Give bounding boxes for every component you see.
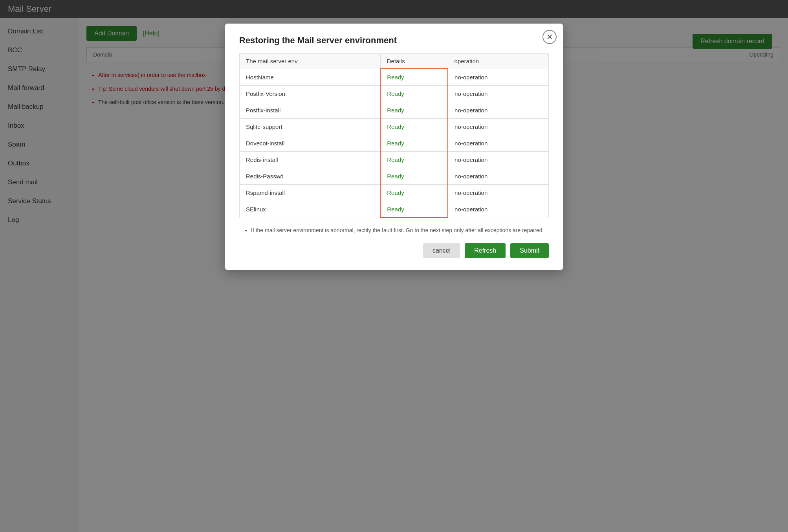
operation-cell: no-operation bbox=[448, 185, 548, 201]
details-cell: Ready bbox=[380, 185, 448, 201]
env-cell: Dovecot-install bbox=[240, 135, 381, 152]
operation-cell: no-operation bbox=[448, 135, 548, 152]
table-row: SElinuxReadyno-operation bbox=[240, 201, 549, 218]
col-details-header: Details bbox=[380, 54, 448, 69]
details-cell: Ready bbox=[380, 135, 448, 152]
details-cell: Ready bbox=[380, 119, 448, 135]
operation-cell: no-operation bbox=[448, 69, 548, 86]
col-env-header: The mail server env bbox=[240, 54, 381, 69]
env-cell: Postfix-install bbox=[240, 102, 381, 119]
status-ready: Ready bbox=[387, 90, 404, 97]
refresh-button[interactable]: Refresh bbox=[465, 243, 506, 258]
details-inner: Ready bbox=[381, 185, 447, 201]
table-row: Sqlite-supportReadyno-operation bbox=[240, 119, 549, 135]
details-cell: Ready bbox=[380, 152, 448, 168]
details-inner: Ready bbox=[381, 135, 447, 151]
modal-note-text: If the mail server environment is abnorm… bbox=[251, 226, 549, 235]
details-inner: Ready bbox=[381, 168, 447, 184]
details-cell: Ready bbox=[380, 86, 448, 102]
operation-cell: no-operation bbox=[448, 86, 548, 102]
status-ready: Ready bbox=[387, 189, 404, 196]
modal-note: If the mail server environment is abnorm… bbox=[239, 226, 549, 235]
status-ready: Ready bbox=[387, 107, 404, 114]
operation-cell: no-operation bbox=[448, 168, 548, 185]
env-cell: Rspamd-install bbox=[240, 185, 381, 201]
details-inner: Ready bbox=[381, 201, 447, 217]
modal-title: Restoring the Mail server environment bbox=[239, 35, 549, 46]
table-row: Redis-PasswdReadyno-operation bbox=[240, 168, 549, 185]
details-inner: Ready bbox=[381, 152, 447, 168]
modal-close-button[interactable]: ✕ bbox=[542, 30, 557, 44]
table-row: Postfix-installReadyno-operation bbox=[240, 102, 549, 119]
status-ready: Ready bbox=[387, 74, 404, 81]
status-ready: Ready bbox=[387, 140, 404, 147]
details-inner: Ready bbox=[381, 69, 447, 85]
table-row: Postfix-VersionReadyno-operation bbox=[240, 86, 549, 102]
status-ready: Ready bbox=[387, 156, 404, 163]
status-ready: Ready bbox=[387, 173, 404, 180]
env-cell: Redis-Passwd bbox=[240, 168, 381, 185]
operation-cell: no-operation bbox=[448, 201, 548, 218]
cancel-button[interactable]: cancel bbox=[423, 243, 460, 258]
submit-button[interactable]: Submit bbox=[510, 243, 549, 258]
table-row: HostNameReadyno-operation bbox=[240, 69, 549, 86]
details-cell: Ready bbox=[380, 201, 448, 218]
table-row: Redis-installReadyno-operation bbox=[240, 152, 549, 168]
modal-overlay: ✕ Restoring the Mail server environment … bbox=[0, 0, 788, 532]
details-cell: Ready bbox=[380, 168, 448, 185]
operation-cell: no-operation bbox=[448, 102, 548, 119]
operation-cell: no-operation bbox=[448, 152, 548, 168]
details-inner: Ready bbox=[381, 119, 447, 135]
env-cell: SElinux bbox=[240, 201, 381, 218]
env-cell: Postfix-Version bbox=[240, 86, 381, 102]
modal-footer: cancel Refresh Submit bbox=[239, 243, 549, 258]
col-operation-header: operation bbox=[448, 54, 548, 69]
modal-dialog: ✕ Restoring the Mail server environment … bbox=[225, 24, 563, 270]
details-inner: Ready bbox=[381, 102, 447, 118]
details-inner: Ready bbox=[381, 86, 447, 102]
status-ready: Ready bbox=[387, 123, 404, 130]
details-cell: Ready bbox=[380, 102, 448, 119]
table-row: Rspamd-installReadyno-operation bbox=[240, 185, 549, 201]
env-cell: Redis-install bbox=[240, 152, 381, 168]
details-cell: Ready bbox=[380, 69, 448, 86]
status-ready: Ready bbox=[387, 206, 404, 213]
env-cell: HostName bbox=[240, 69, 381, 86]
env-table: The mail server env Details operation Ho… bbox=[239, 53, 549, 218]
env-cell: Sqlite-support bbox=[240, 119, 381, 135]
operation-cell: no-operation bbox=[448, 119, 548, 135]
table-row: Dovecot-installReadyno-operation bbox=[240, 135, 549, 152]
